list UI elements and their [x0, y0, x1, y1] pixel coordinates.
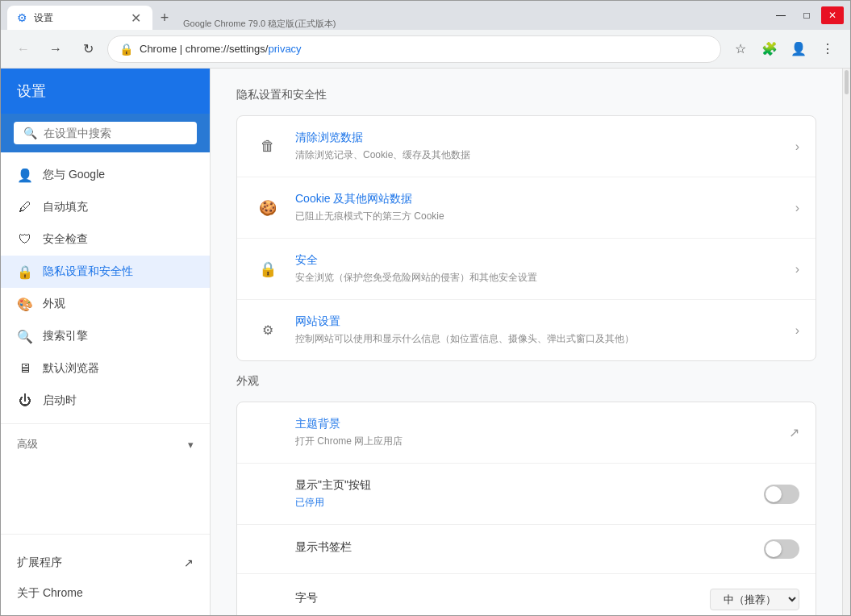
search-bar-inner: 🔍: [14, 122, 197, 144]
address-bar[interactable]: 🔒 Chrome | chrome://settings/privacy: [107, 35, 721, 63]
extensions-footer-item[interactable]: 扩展程序 ↗: [17, 549, 194, 576]
site-settings-title: 网站设置: [295, 314, 795, 329]
security-content: 安全 安全浏览（保护您免受危险网站的侵害）和其他安全设置: [295, 253, 795, 285]
sidebar-item-startup[interactable]: ⏻ 启动时: [1, 385, 210, 417]
new-tab-button[interactable]: +: [152, 6, 177, 30]
cookies-content: Cookie 及其他网站数据 已阻止无痕模式下的第三方 Cookie: [295, 192, 795, 223]
sidebar-item-browser[interactable]: 🖥 默认浏览器: [1, 352, 210, 385]
sidebar-item-appearance-label: 外观: [43, 297, 65, 311]
extensions-button[interactable]: 🧩: [757, 36, 782, 62]
theme-title: 主题背景: [295, 417, 789, 431]
startup-icon: ⏻: [17, 393, 33, 409]
appearance-section-title: 外观: [236, 374, 816, 389]
tab-hint: Google Chrome 79.0 稳定版(正式版本): [177, 18, 763, 30]
advanced-section[interactable]: 高级 ▾: [1, 431, 210, 455]
sidebar-item-privacy[interactable]: 🔒 隐私设置和安全性: [1, 256, 210, 288]
clear-browsing-arrow-icon: ›: [795, 139, 799, 154]
tab-favicon: ⚙: [17, 11, 27, 24]
appearance-icon: 🎨: [17, 296, 33, 312]
security-icon: 🔒: [253, 255, 282, 284]
site-settings-icon: ⚙: [253, 316, 282, 345]
bookmarks-bar-toggle[interactable]: [764, 539, 799, 559]
about-footer-item[interactable]: 关于 Chrome: [17, 580, 194, 607]
forward-button[interactable]: →: [43, 36, 69, 62]
home-button-title: 显示"主页"按钮: [295, 478, 764, 493]
main-content: 隐私设置和安全性 🗑 清除浏览数据 清除浏览记录、Cookie、缓存及其他数据 …: [211, 69, 842, 615]
tab-bar: ⚙ 设置 ✕ + Google Chrome 79.0 稳定版(正式版本): [7, 1, 763, 30]
search-input[interactable]: [44, 127, 187, 139]
clear-browsing-item[interactable]: 🗑 清除浏览数据 清除浏览记录、Cookie、缓存及其他数据 ›: [237, 116, 816, 177]
theme-item[interactable]: 主题背景 打开 Chrome 网上应用店 ↗: [237, 402, 816, 464]
security-arrow-icon: ›: [795, 262, 799, 277]
cookies-title: Cookie 及其他网站数据: [295, 192, 795, 206]
home-button-toggle[interactable]: [764, 485, 799, 504]
sidebar-item-privacy-label: 隐私设置和安全性: [43, 264, 133, 279]
cookies-icon: 🍪: [253, 194, 282, 223]
home-button-desc: 已停用: [295, 496, 764, 510]
site-settings-content: 网站设置 控制网站可以使用和显示什么信息（如位置信息、摄像头、弹出式窗口及其他）: [295, 314, 795, 346]
titlebar: ⚙ 设置 ✕ + Google Chrome 79.0 稳定版(正式版本) — …: [1, 1, 850, 30]
back-button[interactable]: ←: [10, 36, 36, 62]
clear-browsing-icon: 🗑: [253, 132, 282, 161]
search-icon: 🔍: [23, 127, 37, 139]
safety-icon: 🛡: [17, 231, 33, 248]
address-site: Chrome | chrome://settings/: [140, 43, 268, 55]
appearance-settings-card: 主题背景 打开 Chrome 网上应用店 ↗ 显示"主页"按钮 已停用: [236, 402, 816, 615]
sidebar-item-safety[interactable]: 🛡 安全检查: [1, 223, 210, 256]
tab-close-button[interactable]: ✕: [128, 10, 143, 25]
clear-browsing-content: 清除浏览数据 清除浏览记录、Cookie、缓存及其他数据: [295, 131, 795, 162]
site-settings-desc: 控制网站可以使用和显示什么信息（如位置信息、摄像头、弹出式窗口及其他）: [295, 332, 795, 346]
browser-icon: 🖥: [17, 360, 33, 377]
maximize-button[interactable]: □: [795, 6, 818, 24]
close-button[interactable]: ✕: [821, 6, 844, 24]
home-button-item[interactable]: 显示"主页"按钮 已停用: [237, 464, 816, 525]
sidebar-item-autofill[interactable]: 🖊 自动填充: [1, 191, 210, 223]
security-title: 安全: [295, 253, 795, 268]
menu-button[interactable]: ⋮: [815, 36, 841, 62]
bookmarks-bar-item[interactable]: 显示书签栏: [237, 525, 816, 574]
refresh-button[interactable]: ↻: [75, 36, 101, 62]
font-size-item[interactable]: 字号 中（推荐）: [237, 574, 816, 615]
cookies-item[interactable]: 🍪 Cookie 及其他网站数据 已阻止无痕模式下的第三方 Cookie ›: [237, 177, 816, 239]
sidebar-footer: 扩展程序 ↗ 关于 Chrome: [1, 541, 210, 615]
advanced-chevron-icon: ▾: [188, 439, 194, 451]
autofill-icon: 🖊: [17, 199, 33, 215]
minimize-button[interactable]: —: [770, 6, 792, 24]
google-icon: 👤: [17, 167, 33, 183]
sidebar-item-search-label: 搜索引擎: [43, 329, 88, 343]
search-engine-icon: 🔍: [17, 328, 33, 344]
bookmarks-bar-content: 显示书签栏: [253, 540, 764, 558]
nav-actions: ☆ 🧩 👤 ⋮: [728, 36, 841, 62]
font-size-select[interactable]: 中（推荐）: [710, 589, 799, 610]
clear-browsing-desc: 清除浏览记录、Cookie、缓存及其他数据: [295, 148, 795, 162]
sidebar-item-appearance[interactable]: 🎨 外观: [1, 288, 210, 320]
profile-button[interactable]: 👤: [786, 36, 811, 62]
cookies-desc: 已阻止无痕模式下的第三方 Cookie: [295, 210, 795, 223]
scrollbar[interactable]: [842, 69, 850, 615]
address-lock-icon: 🔒: [119, 43, 133, 56]
navbar: ← → ↻ 🔒 Chrome | chrome://settings/priva…: [1, 30, 850, 69]
sidebar-item-search[interactable]: 🔍 搜索引擎: [1, 320, 210, 352]
scrollbar-thumb[interactable]: [845, 70, 849, 94]
theme-external-icon[interactable]: ↗: [789, 425, 799, 440]
footer-divider: [1, 534, 210, 535]
advanced-label: 高级: [17, 437, 38, 452]
security-desc: 安全浏览（保护您免受危险网站的侵害）和其他安全设置: [295, 271, 795, 285]
home-button-content: 显示"主页"按钮 已停用: [253, 478, 764, 510]
privacy-icon: 🔒: [17, 264, 33, 280]
tab-title: 设置: [34, 11, 122, 25]
sidebar-item-google[interactable]: 👤 您与 Google: [1, 159, 210, 191]
window-controls: — □ ✕: [770, 6, 844, 24]
bookmarks-bar-title: 显示书签栏: [295, 540, 764, 555]
security-item[interactable]: 🔒 安全 安全浏览（保护您免受危险网站的侵害）和其他安全设置 ›: [237, 239, 816, 300]
active-tab[interactable]: ⚙ 设置 ✕: [7, 6, 152, 30]
sidebar-item-autofill-label: 自动填充: [43, 200, 88, 214]
bookmark-button[interactable]: ☆: [728, 36, 753, 62]
search-bar-container: 🔍: [1, 114, 210, 152]
address-path: privacy: [268, 43, 301, 55]
site-settings-item[interactable]: ⚙ 网站设置 控制网站可以使用和显示什么信息（如位置信息、摄像头、弹出式窗口及其…: [237, 300, 816, 360]
address-text: Chrome | chrome://settings/privacy: [140, 43, 709, 55]
privacy-section-title: 隐私设置和安全性: [236, 88, 816, 102]
font-size-content: 字号: [253, 591, 710, 609]
sidebar-item-google-label: 您与 Google: [43, 168, 105, 182]
